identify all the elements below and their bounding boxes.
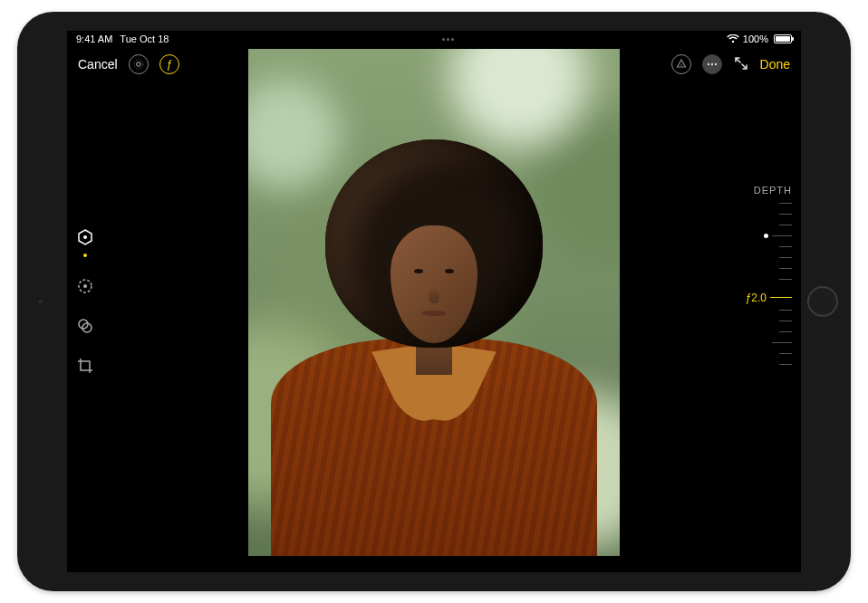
depth-aperture-button[interactable]: ƒ bbox=[159, 54, 179, 74]
live-photo-button[interactable] bbox=[129, 54, 149, 74]
svg-point-4 bbox=[710, 63, 712, 65]
depth-value: ƒ2.0 bbox=[746, 292, 767, 304]
svg-point-5 bbox=[714, 63, 716, 65]
status-bar: 9:41 AM Tue Oct 18 100% bbox=[67, 31, 801, 47]
svg-point-1 bbox=[134, 60, 143, 69]
battery-percent: 100% bbox=[743, 34, 768, 44]
fullscreen-button[interactable] bbox=[733, 55, 749, 74]
multitask-dots[interactable] bbox=[169, 38, 726, 41]
home-button[interactable] bbox=[807, 286, 838, 317]
active-tool-dot-icon bbox=[83, 254, 87, 257]
wifi-icon bbox=[727, 34, 739, 43]
portrait-lighting-tool[interactable] bbox=[74, 226, 96, 248]
edit-tool-rail bbox=[74, 226, 96, 377]
battery-icon bbox=[772, 34, 792, 43]
svg-point-8 bbox=[83, 284, 87, 288]
adjust-tool[interactable] bbox=[74, 275, 96, 297]
f-icon: ƒ bbox=[166, 59, 172, 70]
status-time: 9:41 AM bbox=[76, 34, 112, 44]
screen: 9:41 AM Tue Oct 18 100% Cancel bbox=[67, 31, 801, 572]
filters-tool[interactable] bbox=[74, 315, 96, 337]
status-date: Tue Oct 18 bbox=[120, 34, 169, 44]
portrait-subject bbox=[271, 121, 597, 556]
depth-indicator-dot-icon bbox=[764, 234, 768, 238]
depth-slider[interactable]: ƒ2.0 bbox=[756, 203, 792, 366]
photo-canvas[interactable] bbox=[248, 49, 620, 556]
svg-point-2 bbox=[680, 64, 682, 66]
more-button[interactable] bbox=[702, 54, 722, 74]
depth-value-tick-icon bbox=[770, 297, 792, 298]
front-camera-dot bbox=[37, 299, 43, 305]
cancel-button[interactable]: Cancel bbox=[78, 57, 118, 72]
crop-tool[interactable] bbox=[74, 355, 96, 377]
ipad-device-frame: 9:41 AM Tue Oct 18 100% Cancel bbox=[17, 12, 851, 591]
markup-button[interactable] bbox=[671, 54, 691, 74]
depth-control-panel: DEPTH ƒ2.0 bbox=[738, 185, 792, 366]
svg-point-6 bbox=[83, 235, 87, 239]
done-button[interactable]: Done bbox=[760, 57, 790, 72]
depth-label: DEPTH bbox=[754, 185, 792, 196]
svg-point-0 bbox=[136, 62, 140, 66]
svg-point-3 bbox=[707, 63, 709, 65]
